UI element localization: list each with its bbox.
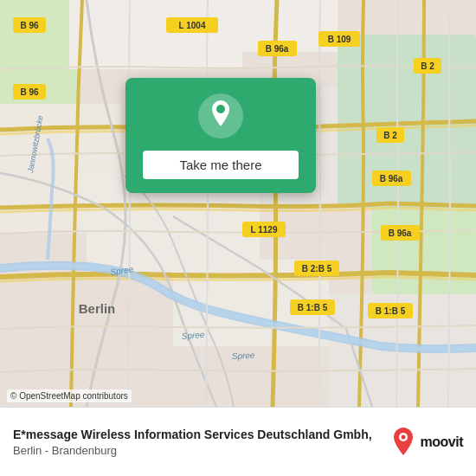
moovit-brand-icon [389,426,417,459]
svg-text:B 96: B 96 [20,21,39,30]
svg-text:B 96a: B 96a [266,44,289,54]
svg-text:Spree: Spree [232,351,256,361]
svg-text:B 96a: B 96a [380,174,403,183]
svg-text:B 109: B 109 [328,35,351,44]
svg-text:B 96: B 96 [20,87,39,97]
svg-rect-3 [372,208,476,294]
company-info: E*message Wireless Information Services … [13,427,379,457]
svg-text:L 1004: L 1004 [179,21,206,30]
location-popup: Take me there [125,78,316,193]
svg-text:B 2: B 2 [383,131,397,140]
svg-text:B 1:B 5: B 1:B 5 [298,303,328,312]
take-me-there-button[interactable]: Take me there [143,151,299,179]
svg-text:B 96a: B 96a [389,228,412,238]
svg-point-42 [216,105,225,113]
osm-attribution: © OpenStreetMap contributors [7,389,132,402]
svg-text:B 2:B 5: B 2:B 5 [302,264,332,273]
svg-text:Berlin: Berlin [79,301,116,316]
moovit-logo: moovit [389,426,463,459]
svg-text:L 1129: L 1129 [251,225,278,235]
location-pin-icon [208,100,234,132]
location-icon-wrapper [198,93,243,138]
svg-point-44 [401,434,405,439]
svg-text:B 1:B 5: B 1:B 5 [376,306,406,316]
svg-text:Spree: Spree [181,330,205,341]
map-view: L 1004 B 96 B 96 B 109 B 96a B 2 B 2 B 9… [0,0,476,407]
svg-text:B 2: B 2 [421,61,434,71]
info-bar: E*message Wireless Information Services … [0,407,476,476]
company-location: Berlin - Brandenburg [13,444,379,457]
moovit-brand-text: moovit [421,434,463,450]
company-name: E*message Wireless Information Services … [13,427,379,444]
